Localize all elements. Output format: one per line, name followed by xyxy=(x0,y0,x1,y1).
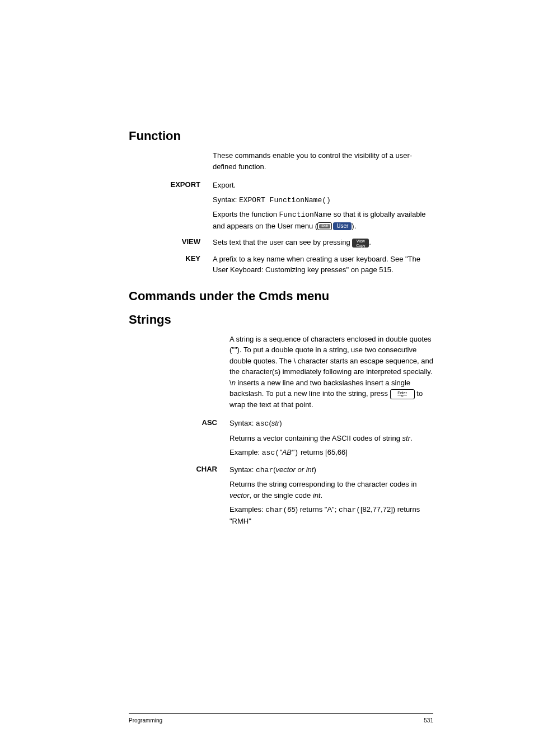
asc-p2-a: Returns a vector containing the ASCII co… xyxy=(229,434,402,442)
asc-ex-b: returns [65,66] xyxy=(298,448,347,456)
char-ex-arg1: 65 xyxy=(287,505,295,514)
strings-intro: A string is a sequence of characters enc… xyxy=(229,334,433,410)
enter-key-icon xyxy=(390,389,415,399)
page-number: 531 xyxy=(424,717,433,724)
asc-p2-arg: str xyxy=(402,434,410,442)
asc-p1: Syntax: asc(str) xyxy=(229,418,433,430)
asc-p2: Returns a vector containing the ASCII co… xyxy=(229,433,433,444)
entry-char: CHAR Syntax: char(vector or int) Returns… xyxy=(129,464,433,527)
view-copy-key-icon: ViewCopy xyxy=(352,239,369,248)
section-heading-strings: Strings xyxy=(129,312,433,327)
entry-asc: ASC Syntax: asc(str) Returns a vector co… xyxy=(129,418,433,459)
export-p3: Exports the function FunctionName so tha… xyxy=(213,209,433,231)
section-heading-function: Function xyxy=(129,129,433,143)
asc-arg: str xyxy=(271,419,279,427)
shift-key-icon xyxy=(317,222,332,230)
view-p1-end: . xyxy=(369,238,371,246)
footer-section-name: Programming xyxy=(129,717,162,724)
asc-example-label: Example: xyxy=(229,448,262,456)
asc-p3: Example: asc("AB") returns [65,66] xyxy=(229,447,433,459)
view-p1-text: Sets text that the user can see by press… xyxy=(213,238,352,246)
user-key-icon: User xyxy=(333,222,352,230)
asc-ex-code: asc( xyxy=(262,449,279,457)
export-p3-a: Exports the function xyxy=(213,210,279,218)
export-syntax-code: EXPORT FunctionName() xyxy=(239,196,331,204)
entry-view: VIEW Sets text that the user can see by … xyxy=(129,237,433,248)
char-p2-arg1: vector xyxy=(229,491,249,500)
char-p2-b: , or the single code xyxy=(249,491,312,500)
char-examples-label: Examples: xyxy=(229,505,265,514)
entry-body-char: Syntax: char(vector or int) Returns the … xyxy=(229,464,433,527)
strings-intro-b: inserts a new line and two backslashes i… xyxy=(229,379,410,398)
asc-close: ) xyxy=(279,419,282,427)
char-p2-c: . xyxy=(321,491,323,500)
export-p1: Export. xyxy=(213,180,433,191)
key-p1: A prefix to a key name when creating a u… xyxy=(213,254,433,276)
syntax-label: Syntax: xyxy=(213,195,239,204)
asc-code: asc xyxy=(256,419,269,428)
entry-body-key: A prefix to a key name when creating a u… xyxy=(213,254,433,276)
section-heading-commands: Commands under the Cmds menu xyxy=(129,289,433,304)
char-p3: Examples: char(65) returns "A"; char([82… xyxy=(229,504,433,526)
char-p2-arg2: int xyxy=(313,491,321,500)
export-p3-c: ). xyxy=(352,222,356,230)
strings-intro-n: n xyxy=(232,379,236,387)
char-p1: Syntax: char(vector or int) xyxy=(229,464,433,476)
asc-p2-b: . xyxy=(410,434,413,442)
export-p3-code: FunctionName xyxy=(279,211,332,219)
char-ex-mid: ) returns "A"; xyxy=(296,505,339,514)
entry-label-char: CHAR xyxy=(129,464,229,527)
page-footer: Programming 531 xyxy=(129,713,433,724)
entry-label-key: KEY xyxy=(129,254,213,276)
function-intro: These commands enable you to control the… xyxy=(213,150,433,172)
view-p1: Sets text that the user can see by press… xyxy=(213,237,433,248)
entry-label-export: EXPORT xyxy=(129,180,213,231)
char-ex-code1: char( xyxy=(265,506,287,514)
shift-user-keys: User xyxy=(317,222,352,230)
entry-key: KEY A prefix to a key name when creating… xyxy=(129,254,433,276)
asc-ex-arg: "AB" xyxy=(279,448,294,456)
entry-export: EXPORT Export. Syntax: EXPORT FunctionNa… xyxy=(129,180,433,231)
char-close: ) xyxy=(313,465,316,474)
entry-body-export: Export. Syntax: EXPORT FunctionName() Ex… xyxy=(213,180,433,231)
entry-body-asc: Syntax: asc(str) Returns a vector contai… xyxy=(229,418,433,459)
char-syntax-label: Syntax: xyxy=(229,465,256,474)
char-arg: vector or int xyxy=(276,465,314,474)
entry-body-view: Sets text that the user can see by press… xyxy=(213,237,433,248)
entry-label-view: VIEW xyxy=(129,237,213,248)
char-p2-a: Returns the string corresponding to the … xyxy=(229,480,417,488)
char-ex-code2: char( xyxy=(339,506,360,514)
entry-label-asc: ASC xyxy=(129,418,229,459)
asc-syntax-label: Syntax: xyxy=(229,419,256,427)
char-p2: Returns the string corresponding to the … xyxy=(229,479,433,501)
export-p2: Syntax: EXPORT FunctionName() xyxy=(213,194,433,206)
char-code: char xyxy=(256,466,273,474)
